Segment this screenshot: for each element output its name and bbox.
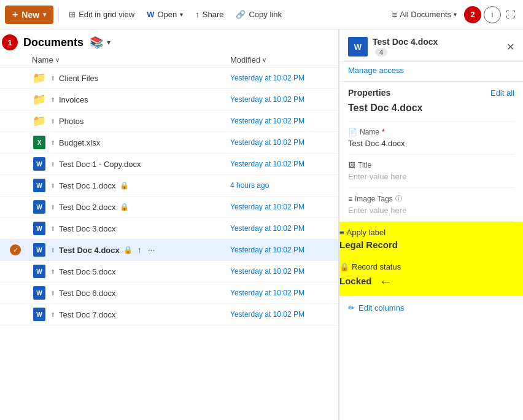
name-property: 📄 Name * Test Doc 4.docx: [348, 122, 514, 155]
manage-access-link[interactable]: Manage access: [339, 62, 523, 82]
main-area: 1 Documents 📚 ▾ Name ∨ Modified ∨ 📁 ⬆ Cl…: [0, 29, 523, 420]
table-row[interactable]: X ⬆ Budget.xlsx Yesterday at 10:02 PM: [0, 132, 338, 154]
file-name: Budget.xlsx: [59, 138, 100, 147]
new-button[interactable]: + New ▾: [5, 6, 53, 24]
folder-icon: 📁: [32, 93, 47, 106]
pencil-icon: ✏: [348, 303, 355, 313]
edit-columns-link[interactable]: ✏ Edit columns: [348, 296, 514, 320]
docs-chevron-icon: ▾: [107, 39, 110, 47]
row-name-area: ⬆ Test Doc 1.docx 🔒: [50, 181, 230, 190]
properties-title: Properties: [348, 88, 390, 98]
file-name: Test Doc 2.docx: [59, 203, 116, 212]
table-row[interactable]: W ⬆ Test Doc 7.docx Yesterday at 10:02 P…: [0, 304, 338, 325]
grid-icon: ⊞: [69, 10, 76, 19]
properties-panel: Properties Edit all Test Doc 4.docx 📄 Na…: [339, 82, 523, 222]
pin-icon: ⬆: [50, 247, 55, 254]
title-property: 🖼 Title Enter value here: [348, 155, 514, 188]
copy-link-button[interactable]: 🔗 Copy link: [231, 7, 286, 22]
badge-2[interactable]: 2: [464, 6, 481, 23]
image-tags-placeholder[interactable]: Enter value here: [348, 206, 514, 215]
table-row[interactable]: W ⬆ Test Doc 5.docx Yesterday at 10:02 P…: [0, 261, 338, 282]
image-tags-property: ≡ Image Tags ⓘ Enter value here: [348, 188, 514, 222]
open-chevron-icon: ▾: [180, 11, 183, 18]
modified-column-header[interactable]: Modified ∨: [230, 55, 328, 64]
red-arrow-icon: ←: [379, 274, 392, 290]
table-row[interactable]: 📁 ⬆ Photos Yesterday at 10:02 PM: [0, 111, 338, 132]
more-actions-button[interactable]: ···: [147, 244, 157, 256]
name-column-header[interactable]: Name ∨: [32, 55, 230, 64]
table-row[interactable]: W ⬆ Test Doc 1 - Copy.docx Yesterday at …: [0, 154, 338, 175]
file-name: Invoices: [59, 95, 88, 104]
info-button[interactable]: i: [484, 6, 501, 23]
expand-button[interactable]: ⛶: [503, 7, 518, 23]
document-icon: W: [348, 37, 368, 56]
check-icon: ✓: [10, 244, 21, 255]
name-value: Test Doc 4.docx: [348, 139, 514, 148]
table-row[interactable]: 📁 ⬆ Client Files Yesterday at 10:02 PM: [0, 68, 338, 89]
file-modified: Yesterday at 10:02 PM: [230, 95, 328, 104]
pin-icon: ⬆: [50, 182, 55, 189]
word-file-icon: W: [32, 222, 47, 235]
row-name-area: ⬆ Test Doc 5.docx: [50, 267, 230, 276]
record-status-section: 🔒 Record status Locked ←: [339, 256, 523, 296]
open-label: Open: [157, 10, 177, 19]
file-modified: 4 hours ago: [230, 181, 328, 190]
table-row[interactable]: W ⬆ Test Doc 1.docx 🔒 4 hours ago: [0, 175, 338, 196]
label-icon: ≡: [339, 228, 344, 237]
row-name-area: ⬆ Test Doc 1 - Copy.docx: [50, 160, 230, 169]
table-row[interactable]: 📁 ⬆ Invoices Yesterday at 10:02 PM: [0, 89, 338, 111]
edit-grid-button[interactable]: ⊞ Edit in grid view: [64, 7, 139, 22]
panel-close-button[interactable]: ✕: [506, 41, 514, 53]
panel-doc-title: Test Doc 4.docx 4: [373, 37, 438, 56]
record-status-label: 🔒 Record status: [339, 262, 523, 271]
documents-title: Documents: [23, 36, 83, 49]
pin-icon: ⬆: [50, 161, 55, 168]
title-placeholder[interactable]: Enter value here: [348, 172, 514, 181]
library-icon: 📚: [90, 36, 103, 49]
name-sort-icon: ∨: [55, 56, 60, 63]
pin-icon: ⬆: [50, 268, 55, 275]
row-name-area: ⬆ Test Doc 2.docx 🔒: [50, 203, 230, 212]
modified-sort-icon: ∨: [262, 56, 266, 63]
toolbar: + New ▾ ⊞ Edit in grid view W Open ▾ ↑ S…: [0, 0, 523, 29]
row-name-area: ⬆ Test Doc 7.docx: [50, 310, 230, 319]
file-modified: Yesterday at 10:02 PM: [230, 138, 328, 147]
file-modified: Yesterday at 10:02 PM: [230, 74, 328, 82]
table-row[interactable]: W ⬆ Test Doc 2.docx 🔒 Yesterday at 10:02…: [0, 196, 338, 218]
all-docs-label: All Documents: [400, 10, 451, 19]
word-file-icon: W: [32, 286, 47, 300]
table-row[interactable]: W ⬆ Test Doc 3.docx Yesterday at 10:02 P…: [0, 218, 338, 239]
edit-all-button[interactable]: Edit all: [490, 88, 514, 98]
lock-icon: 🔒: [120, 181, 129, 190]
image-tags-label: ≡ Image Tags ⓘ: [348, 194, 514, 203]
file-name: Client Files: [59, 74, 98, 83]
open-button[interactable]: W Open ▾: [142, 7, 188, 22]
pin-icon: ⬆: [50, 75, 55, 82]
pin-icon: ⬆: [50, 139, 55, 146]
tag-icon: ≡: [348, 195, 352, 203]
edit-grid-label: Edit in grid view: [79, 10, 134, 19]
file-modified: Yesterday at 10:02 PM: [230, 310, 328, 319]
pin-icon: ⬆: [50, 96, 55, 103]
panel-header: W Test Doc 4.docx 4 ✕: [339, 29, 523, 62]
row-checkbox-checked[interactable]: ✓: [10, 244, 32, 255]
column-headers: Name ∨ Modified ∨: [0, 53, 338, 68]
file-name: Test Doc 4.docx: [59, 246, 120, 255]
info-icon[interactable]: ⓘ: [395, 194, 402, 203]
panel-title-area: W Test Doc 4.docx 4: [348, 37, 438, 56]
table-row[interactable]: W ⬆ Test Doc 6.docx Yesterday at 10:02 P…: [0, 282, 338, 304]
file-name: Test Doc 1 - Copy.docx: [59, 160, 141, 169]
table-row-selected[interactable]: ✓ W ⬆ Test Doc 4.docx 🔒 ↑ ··· Yesterday …: [0, 239, 338, 261]
word-file-icon: W: [32, 200, 47, 214]
all-documents-button[interactable]: ≡ All Documents ▾: [387, 6, 462, 23]
version-badge: 4: [375, 48, 387, 56]
share-action-button[interactable]: ↑: [136, 244, 143, 256]
share-button[interactable]: ↑ Share: [190, 7, 228, 22]
row-name-area: ⬆ Test Doc 4.docx 🔒 ↑ ···: [50, 244, 230, 256]
word-file-icon: W: [32, 179, 47, 192]
file-name: Test Doc 5.docx: [59, 267, 116, 276]
title-label: 🖼 Title: [348, 161, 514, 169]
apply-label-section: 3 ≡ Apply label Legal Record: [339, 222, 523, 256]
pin-icon: ⬆: [50, 225, 55, 232]
record-status-value: Locked ←: [339, 274, 523, 290]
